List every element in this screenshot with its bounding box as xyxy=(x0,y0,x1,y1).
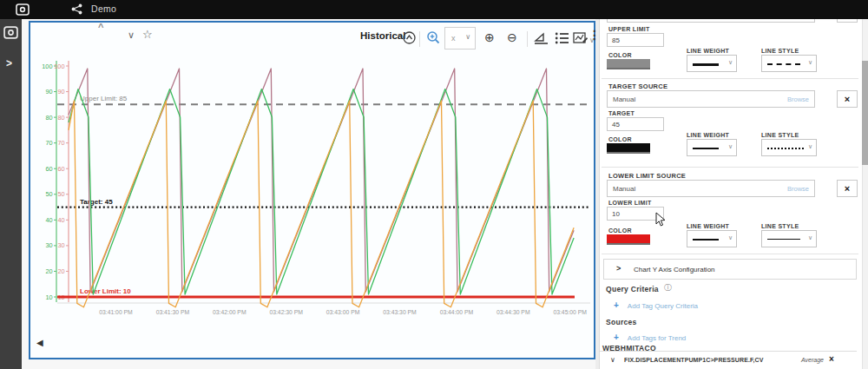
browse-link[interactable]: Browse xyxy=(787,185,809,193)
y-tick-label: 50 xyxy=(57,190,64,198)
monitor-icon[interactable] xyxy=(3,26,18,39)
x-tick-label: 03:42:30 PM xyxy=(269,309,303,315)
share-icon[interactable] xyxy=(71,3,82,15)
line-weight-label: LINE WEIGHT xyxy=(687,48,729,54)
source-value: Manual xyxy=(613,185,635,193)
x-tick-label: 03:41:30 PM xyxy=(156,309,190,315)
y-tick-label: 50 xyxy=(45,190,52,198)
chevron-down-icon: ∨ xyxy=(728,143,733,150)
x-tick-label: 03:43:00 PM xyxy=(326,309,360,315)
add-tag-query-link[interactable]: +Add Tag Query Criteria xyxy=(614,300,698,310)
y-tick-label: 70 xyxy=(45,139,52,147)
plus-icon: + xyxy=(614,333,619,342)
chevron-down-icon: ∨ xyxy=(808,143,812,150)
app-logo-icon[interactable] xyxy=(16,3,30,16)
line-style-label: LINE STYLE xyxy=(761,48,799,54)
x-tick-label: 03:41:00 PM xyxy=(99,309,133,315)
line-weight-label: LINE WEIGHT xyxy=(687,132,729,138)
x-tick-label: 03:44:30 PM xyxy=(496,309,530,315)
zoom-out-button[interactable]: ⊖ xyxy=(507,30,517,45)
source-value: Manual xyxy=(613,96,635,103)
y-tick-label: 40 xyxy=(45,216,52,224)
y-tick-label: 80 xyxy=(57,114,64,122)
collapse-caret-icon[interactable]: ^ xyxy=(98,22,103,32)
chevron-down-icon: ∨ xyxy=(728,234,733,241)
upper-line-weight-select[interactable]: ∨ xyxy=(687,55,737,72)
tag-aggregate-mode[interactable]: Average xyxy=(801,357,824,363)
zoom-in-button[interactable]: ⊕ xyxy=(484,30,495,45)
chart-y-axis-config-expander[interactable]: > Chart Y Axis Configuration xyxy=(603,259,857,280)
lower-limit-source-label: LOWER LIMIT SOURCE xyxy=(608,172,686,180)
y-tick-label: 30 xyxy=(57,241,64,249)
target-label: TARGET xyxy=(608,110,635,116)
divider xyxy=(602,78,858,79)
upper-limit-value-input[interactable]: 85 xyxy=(607,33,664,47)
mode-label: Historical xyxy=(360,30,405,41)
widget-dropdown-icon[interactable]: ∨ xyxy=(128,30,135,41)
page-title: Demo xyxy=(91,3,116,14)
target-value-input[interactable]: 45 xyxy=(607,117,664,131)
query-criteria-label: Query Criteria xyxy=(606,285,659,293)
ref-line-label: Target: 45 xyxy=(80,198,113,206)
y-tick-label: 60 xyxy=(57,165,64,173)
upper-line-style-select[interactable]: ∨ xyxy=(761,55,817,72)
chevron-down-icon: ∨ xyxy=(808,234,812,241)
y-tick-label: 60 xyxy=(45,165,52,173)
series-pressure-rose xyxy=(69,69,574,292)
x-tick-label: 03:43:30 PM xyxy=(383,309,417,315)
remove-lower-limit-button[interactable]: × xyxy=(837,180,858,197)
zoom-in-icon[interactable] xyxy=(426,30,441,45)
legend-icon[interactable] xyxy=(555,31,569,44)
rail-expand-icon[interactable]: > xyxy=(6,57,12,69)
target-line-weight-select[interactable]: ∨ xyxy=(687,139,737,156)
remove-target-button[interactable]: × xyxy=(837,90,858,108)
scrollbar-thumb[interactable] xyxy=(862,61,868,165)
upper-limit-label: UPPER LIMIT xyxy=(608,26,650,32)
color-label: COLOR xyxy=(608,52,632,58)
y-tick-label: 100 xyxy=(42,63,52,70)
chevron-down-icon: ∨ xyxy=(728,59,733,66)
lower-limit-color-swatch[interactable] xyxy=(607,234,650,245)
upper-limit-color-swatch[interactable] xyxy=(607,59,650,69)
y-tick-label: 10 xyxy=(45,293,52,301)
trend-chart: 1009080706050403020101009080706050403020… xyxy=(30,23,594,358)
sources-label: Sources xyxy=(606,318,637,326)
lower-line-style-select[interactable]: ∨ xyxy=(761,230,817,247)
lower-line-weight-select[interactable]: ∨ xyxy=(687,230,737,247)
line-style-label: LINE STYLE xyxy=(761,132,799,138)
series-pressure-orange xyxy=(69,101,574,307)
target-source-input[interactable]: Manual Browse xyxy=(607,90,815,108)
remove-tag-icon[interactable]: × xyxy=(829,354,834,364)
target-line-style-select[interactable]: ∨ xyxy=(761,139,817,156)
mouse-cursor xyxy=(655,212,666,227)
left-sidebar: > xyxy=(0,19,22,369)
y-tick-label: 30 xyxy=(45,241,52,249)
info-icon[interactable]: ⓘ xyxy=(664,282,672,293)
app-header: Demo xyxy=(0,0,868,19)
zoom-axis-value: x xyxy=(451,34,456,43)
plus-icon: + xyxy=(614,300,619,310)
ref-line-label: Upper Limit: 85 xyxy=(80,95,128,102)
chart-type-icon[interactable] xyxy=(573,31,589,45)
lower-limit-source-input[interactable]: Manual Browse xyxy=(607,180,815,197)
line-weight-label: LINE WEIGHT xyxy=(687,223,729,229)
divider xyxy=(602,254,858,254)
panel-scrollbar[interactable] xyxy=(862,0,868,369)
target-color-swatch[interactable] xyxy=(607,143,650,154)
color-label: COLOR xyxy=(608,136,632,142)
zoom-axis-select[interactable]: x ∨ xyxy=(444,27,476,49)
chevron-down-icon: ∨ xyxy=(465,33,470,41)
slope-icon[interactable] xyxy=(534,31,549,45)
chevron-down-icon[interactable]: ∨ xyxy=(610,356,615,364)
scope-icon[interactable] xyxy=(402,30,417,45)
tag-name: FIX.DISPLACEMENTPUMP1C>PRESSURE.F,CV xyxy=(624,357,764,363)
tag-row[interactable]: ∨ FIX.DISPLACEMENTPUMP1C>PRESSURE.F,CV A… xyxy=(600,351,857,369)
browse-link[interactable]: Browse xyxy=(787,96,809,103)
trend-chart-widget[interactable]: 1009080706050403020101009080706050403020… xyxy=(29,21,595,359)
ref-line-label: Lower Limit: 10 xyxy=(80,287,131,295)
scroll-back-icon[interactable]: ◀ xyxy=(36,338,43,347)
favorite-star-icon[interactable]: ☆ xyxy=(142,28,153,41)
add-tags-link[interactable]: +Add Tags for Trend xyxy=(614,333,686,342)
y-tick-label: 40 xyxy=(57,216,64,224)
y-tick-label: 20 xyxy=(45,267,52,275)
